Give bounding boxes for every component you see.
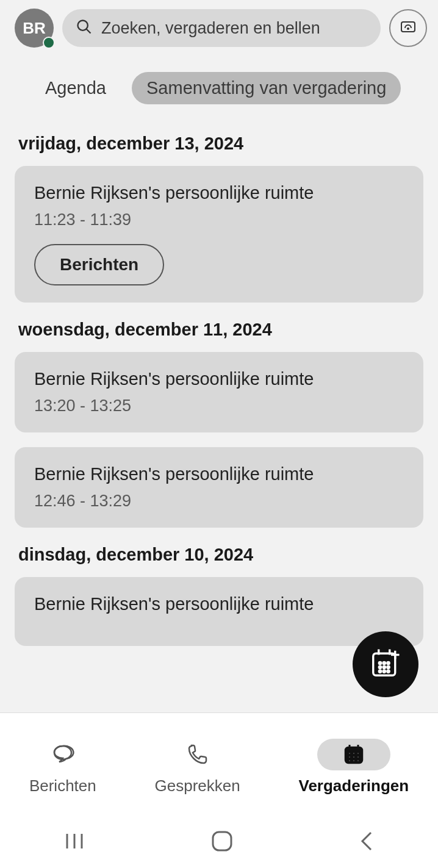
meeting-card[interactable]: Bernie Rijksen's persoonlijke ruimte 12:…: [15, 447, 423, 528]
back-button[interactable]: [357, 830, 376, 855]
svg-point-11: [383, 666, 385, 668]
svg-rect-2: [401, 22, 415, 32]
svg-point-27: [357, 756, 359, 758]
svg-point-14: [383, 670, 385, 672]
day-header: dinsdag, december 10, 2024: [18, 545, 423, 565]
cast-icon: [401, 21, 415, 35]
new-meeting-fab[interactable]: [353, 631, 418, 697]
svg-point-8: [383, 662, 385, 664]
presence-indicator: [43, 37, 55, 49]
meeting-time: 12:46 - 13:29: [34, 492, 404, 511]
svg-point-15: [387, 670, 389, 672]
meeting-card[interactable]: Bernie Rijksen's persoonlijke ruimte: [15, 577, 423, 646]
svg-point-3: [407, 28, 409, 29]
nav-calls[interactable]: Gesprekken: [155, 739, 240, 795]
svg-point-24: [357, 752, 359, 755]
svg-point-30: [357, 759, 359, 762]
calendar-plus-icon: [369, 647, 402, 682]
day-header: vrijdag, december 13, 2024: [18, 134, 423, 154]
nav-messages[interactable]: Berichten: [29, 739, 96, 795]
avatar-initials: BR: [23, 19, 46, 38]
tab-agenda[interactable]: Agenda: [31, 72, 121, 104]
cast-button[interactable]: [389, 9, 427, 47]
messages-button[interactable]: Berichten: [34, 244, 164, 285]
app-header: BR Zoeken, vergaderen en bellen: [0, 0, 438, 54]
nav-label: Berichten: [29, 777, 96, 795]
meeting-card[interactable]: Bernie Rijksen's persoonlijke ruimte 13:…: [15, 352, 423, 432]
avatar[interactable]: BR: [15, 9, 54, 48]
svg-point-29: [353, 759, 355, 762]
svg-point-28: [348, 759, 351, 762]
svg-point-25: [348, 756, 351, 758]
svg-point-9: [387, 662, 389, 664]
tab-meeting-summary[interactable]: Samenvatting van vergadering: [132, 72, 401, 104]
system-nav-bar: [0, 816, 438, 868]
svg-point-13: [379, 670, 381, 672]
day-header: woensdag, december 11, 2024: [18, 320, 423, 340]
svg-point-22: [348, 752, 351, 755]
nav-meetings[interactable]: Vergaderingen: [298, 739, 409, 795]
recents-button[interactable]: [62, 831, 87, 853]
svg-point-7: [379, 662, 381, 664]
svg-point-26: [353, 756, 355, 758]
chat-icon: [35, 739, 90, 770]
svg-point-10: [379, 666, 381, 668]
home-button[interactable]: [210, 830, 234, 855]
bottom-nav: Berichten Gesprekken Vergaderingen: [0, 712, 438, 816]
svg-point-18: [54, 746, 71, 759]
svg-point-0: [78, 21, 88, 30]
view-tabs: Agenda Samenvatting van vergadering: [0, 54, 438, 117]
meeting-title: Bernie Rijksen's persoonlijke ruimte: [34, 464, 404, 484]
phone-icon: [170, 739, 225, 770]
svg-point-23: [353, 752, 355, 755]
svg-point-12: [387, 666, 389, 668]
meeting-time: 13:20 - 13:25: [34, 396, 404, 415]
search-icon: [76, 18, 93, 38]
nav-label: Gesprekken: [155, 777, 240, 795]
svg-line-1: [87, 29, 91, 34]
meeting-summary-list[interactable]: vrijdag, december 13, 2024 Bernie Rijkse…: [0, 117, 438, 712]
search-input[interactable]: Zoeken, vergaderen en bellen: [62, 9, 381, 47]
calendar-icon: [317, 739, 390, 770]
nav-label: Vergaderingen: [298, 777, 409, 795]
search-placeholder: Zoeken, vergaderen en bellen: [101, 19, 320, 38]
meeting-title: Bernie Rijksen's persoonlijke ruimte: [34, 369, 404, 389]
svg-rect-34: [213, 832, 231, 850]
meeting-card[interactable]: Bernie Rijksen's persoonlijke ruimte 11:…: [15, 166, 423, 303]
meeting-time: 11:23 - 11:39: [34, 210, 404, 229]
meeting-title: Bernie Rijksen's persoonlijke ruimte: [34, 594, 404, 614]
meeting-title: Bernie Rijksen's persoonlijke ruimte: [34, 183, 404, 203]
